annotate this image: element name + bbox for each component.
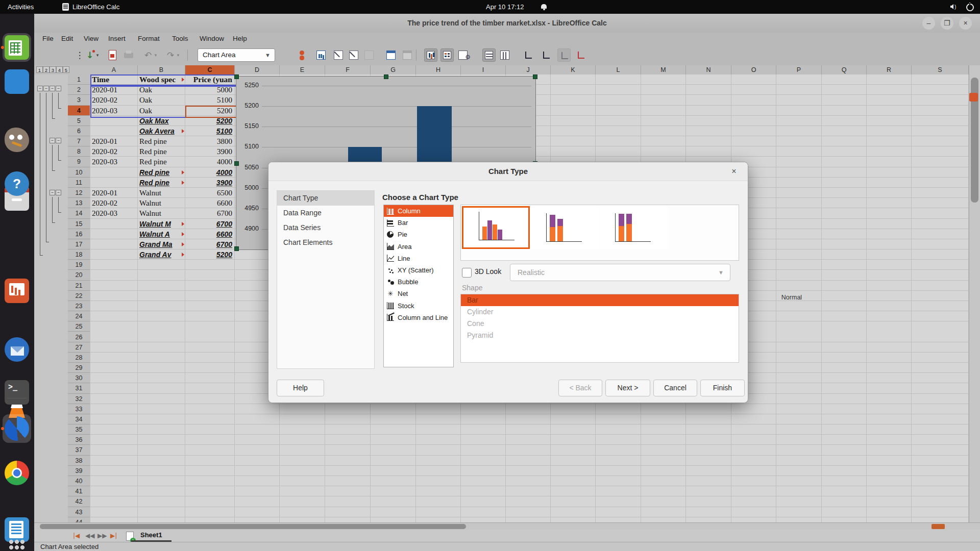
- chart-handle-tr[interactable]: [533, 74, 537, 79]
- cell-B5[interactable]: Oak Max: [138, 116, 185, 126]
- window-titlebar[interactable]: The price trend of the timber market.xls…: [34, 14, 980, 33]
- row-header-5[interactable]: 5: [68, 116, 90, 126]
- row-header-28[interactable]: 28: [68, 353, 90, 363]
- chart-type-column-line[interactable]: Column and Line: [384, 312, 453, 323]
- gimp-icon[interactable]: [5, 128, 29, 152]
- cell-A8[interactable]: 2020-02: [90, 146, 138, 157]
- row-header-19[interactable]: 19: [68, 260, 90, 270]
- outline-collapse-button[interactable]: −: [50, 138, 55, 143]
- column-header-L[interactable]: L: [596, 65, 641, 74]
- shape-bar[interactable]: Bar: [461, 294, 739, 306]
- cell-C17[interactable]: 6700: [185, 239, 235, 249]
- row-header-9[interactable]: 9: [68, 157, 90, 167]
- subtype-stacked-thumb[interactable]: [531, 206, 599, 249]
- scroll-split-marker[interactable]: [932, 524, 945, 529]
- row-header-1[interactable]: 1: [68, 74, 90, 85]
- chart-type-icon[interactable]: [314, 48, 328, 62]
- cell-C6[interactable]: 5100: [185, 126, 235, 136]
- cell-C2[interactable]: 5000: [185, 85, 235, 95]
- row-header-14[interactable]: 14: [68, 208, 90, 218]
- libreoffice-impress-icon[interactable]: [5, 279, 29, 303]
- outline-level-3[interactable]: 3: [50, 66, 56, 73]
- outline-collapse-button[interactable]: −: [37, 86, 43, 91]
- outline-collapse-button[interactable]: −: [56, 190, 61, 195]
- subtype-normal-thumb[interactable]: [462, 206, 530, 249]
- outline-collapse-button[interactable]: −: [50, 190, 55, 195]
- cell-C8[interactable]: 3900: [185, 146, 235, 157]
- row-header-27[interactable]: 27: [68, 342, 90, 353]
- row-header-31[interactable]: 31: [68, 383, 90, 393]
- row-header-13[interactable]: 13: [68, 198, 90, 208]
- dialog-nav-chart-type[interactable]: Chart Type: [277, 191, 374, 206]
- row-header-35[interactable]: 35: [68, 424, 90, 435]
- next-button[interactable]: Next >: [605, 380, 650, 396]
- row-header-11[interactable]: 11: [68, 178, 90, 188]
- column-header-J[interactable]: J: [506, 65, 551, 74]
- cell-C18[interactable]: 5200: [185, 249, 235, 260]
- chart-type-stock[interactable]: Stock: [384, 300, 453, 312]
- row-header-40[interactable]: 40: [68, 476, 90, 486]
- chart-type-pie[interactable]: Pie: [384, 229, 453, 240]
- outline-level-2[interactable]: 2: [43, 66, 50, 73]
- legend-onoff-icon[interactable]: [440, 48, 454, 62]
- insert-titles-icon[interactable]: [424, 48, 437, 62]
- row-header-43[interactable]: 43: [68, 507, 90, 517]
- redo-caret-icon[interactable]: ▾: [175, 48, 181, 62]
- cell-B6[interactable]: Oak Avera: [138, 126, 185, 136]
- chart-type-bubble[interactable]: Bubble: [384, 276, 453, 288]
- outline-collapse-button[interactable]: −: [56, 86, 61, 91]
- column-header-Q[interactable]: Q: [822, 65, 867, 74]
- row-header-2[interactable]: 2: [68, 85, 90, 95]
- legend-settings-icon[interactable]: [456, 48, 470, 62]
- row-header-10[interactable]: 10: [68, 167, 90, 178]
- chart-type-net[interactable]: Net: [384, 288, 453, 299]
- power-icon[interactable]: [966, 4, 974, 11]
- cell-A2[interactable]: 2020-01: [90, 85, 138, 95]
- row-header-41[interactable]: 41: [68, 486, 90, 496]
- last-sheet-icon[interactable]: ▶|: [110, 530, 117, 542]
- cell-B18[interactable]: Grand Av: [138, 249, 185, 260]
- column-header-O[interactable]: O: [731, 65, 776, 74]
- insert-data-labels-icon[interactable]: [332, 48, 345, 62]
- row-header-23[interactable]: 23: [68, 301, 90, 311]
- row-header-36[interactable]: 36: [68, 435, 90, 445]
- cell-C14[interactable]: 6700: [185, 208, 235, 218]
- maximize-button[interactable]: ❐: [941, 17, 953, 30]
- notification-bell-icon[interactable]: [541, 4, 547, 9]
- dialog-close-icon[interactable]: ×: [727, 165, 741, 178]
- menu-tools[interactable]: Tools: [171, 33, 189, 45]
- row-header-33[interactable]: 33: [68, 404, 90, 414]
- row-header-30[interactable]: 30: [68, 373, 90, 383]
- column-header-C[interactable]: C: [185, 65, 235, 74]
- chart-handle-tm[interactable]: [384, 74, 388, 79]
- outline-level-1[interactable]: 1: [36, 66, 43, 73]
- cell-B10[interactable]: Red pine: [138, 167, 185, 178]
- vertical-scrollbar[interactable]: [969, 65, 980, 522]
- back-button[interactable]: < Back: [558, 380, 602, 396]
- cell-B7[interactable]: Red pine: [138, 136, 185, 146]
- cell-C10[interactable]: 4000: [185, 167, 235, 178]
- row-header-32[interactable]: 32: [68, 394, 90, 404]
- libreoffice-writer-icon[interactable]: [5, 517, 29, 542]
- row-header-17[interactable]: 17: [68, 239, 90, 249]
- menu-insert[interactable]: Insert: [107, 33, 127, 45]
- column-header-H[interactable]: H: [416, 65, 461, 74]
- chart-type-line[interactable]: Line: [384, 253, 453, 264]
- shape-cylinder[interactable]: Cylinder: [461, 306, 739, 318]
- row-header-25[interactable]: 25: [68, 321, 90, 332]
- sheet-tab[interactable]: Sheet1: [131, 530, 172, 542]
- column-header-A[interactable]: A: [90, 65, 138, 74]
- cell-C16[interactable]: 6600: [185, 229, 235, 239]
- row-header-16[interactable]: 16: [68, 229, 90, 239]
- vertical-grids-icon[interactable]: [498, 48, 511, 62]
- cell-C5[interactable]: 5200: [185, 116, 235, 126]
- chart-type-area[interactable]: Area: [384, 241, 453, 253]
- row-header-20[interactable]: 20: [68, 270, 90, 280]
- row-header-12[interactable]: 12: [68, 188, 90, 198]
- row-header-34[interactable]: 34: [68, 414, 90, 424]
- cell-C3[interactable]: 5100: [185, 95, 235, 105]
- volume-icon[interactable]: [950, 4, 953, 9]
- show-applications-icon[interactable]: [9, 539, 25, 551]
- cell-B13[interactable]: Walnut: [138, 198, 185, 208]
- row-header-21[interactable]: 21: [68, 281, 90, 291]
